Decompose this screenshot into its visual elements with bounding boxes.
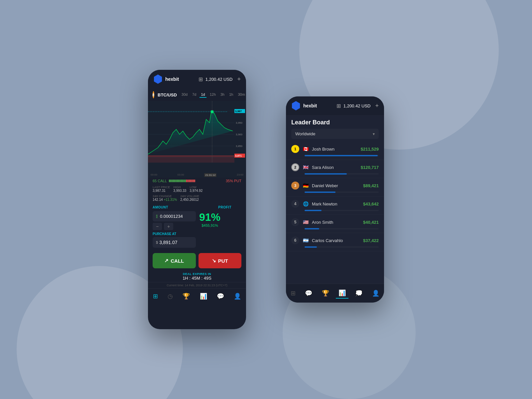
trader-amount: $40,421 (363, 220, 379, 225)
progress-bar-bg (305, 173, 379, 175)
low-label: LOW (190, 186, 202, 189)
progress-bar-bg (305, 155, 379, 156)
rank-badge: 4 (291, 200, 299, 208)
svg-text:3,850: 3,850 (236, 145, 243, 148)
add-funds-button-right[interactable]: + (375, 102, 379, 109)
nav-chat-icon[interactable]: 💬 (214, 292, 227, 301)
dot-red-7 (194, 180, 195, 182)
btc-symbol: ₿ (156, 214, 158, 218)
country-flag: 🇦🇷 (302, 237, 309, 244)
amount-increase-button[interactable]: + (164, 223, 173, 230)
left-phone: hexbit ⊞ 1,200.42 USD + ₿ BTC/USD 30d 7d… (148, 70, 246, 329)
rank-badge: 6 (291, 236, 299, 244)
trade-input-row: ₿ 0.00001234 − + 91% $455,91% (153, 211, 241, 230)
progress-bar-bg (305, 228, 379, 229)
list-item[interactable]: 5 🇺🇸 Aron Smith $40,421 (286, 215, 384, 233)
change-pct: +11.31% (164, 198, 177, 201)
right-nav-comment-icon[interactable]: 💭 (352, 288, 365, 298)
purchase-label: PURCHASE AT (153, 232, 241, 236)
tf-12h[interactable]: 12h (208, 92, 217, 98)
purchase-value: 3,891.07 (159, 240, 178, 245)
trader-amount: $43,642 (363, 201, 379, 206)
progress-bar-fill (305, 192, 335, 193)
svg-text:3,987: 3,987 (235, 110, 242, 113)
right-phone: hexbit ⊞ 1,200.42 USD + Leader Board Wor… (286, 96, 384, 303)
right-wallet-icon: ⊞ (336, 103, 341, 109)
country-flag: 🌐 (302, 200, 309, 207)
nav-grid-icon[interactable]: ⊞ (150, 292, 161, 301)
call-label: CALL (171, 258, 184, 264)
dot-red-1 (186, 180, 187, 182)
right-phone-inner: hexbit ⊞ 1,200.42 USD + Leader Board Wor… (286, 96, 384, 303)
call-ratio-label: 65 CALL (153, 179, 167, 183)
dot-red-6 (193, 180, 194, 182)
dot-green-10 (181, 180, 182, 182)
progress-bar-fill (305, 246, 317, 248)
dot-green-12 (184, 180, 185, 182)
trader-name: Carlos Carvahlo (312, 238, 363, 243)
dot-green-3 (172, 180, 173, 182)
change-stat: 24H CHANGE 142.14 +11.31% (153, 195, 177, 201)
list-item[interactable]: 2 🇬🇧 Sara Alison $120,717 (286, 160, 384, 178)
nav-person-icon[interactable]: 👤 (231, 292, 244, 301)
tf-30d[interactable]: 30d (180, 92, 189, 98)
current-time: Current time: 14 Feb, 2019 22:31:23 (UTC… (148, 282, 246, 288)
svg-rect-7 (148, 156, 234, 163)
tf-3h[interactable]: 3h (219, 92, 226, 98)
leaderboard-title: Leader Board (291, 119, 379, 126)
tf-7d[interactable]: 7d (191, 92, 198, 98)
wallet-icon: ⊞ (199, 76, 203, 82)
right-nav-person-icon[interactable]: 👤 (369, 288, 382, 298)
tf-30m[interactable]: 30m (237, 92, 246, 98)
chart-time-3: 23:00 (237, 173, 243, 177)
right-bottom-nav: ⊞ 💬 🏆 📊 💭 👤 (286, 284, 384, 303)
svg-text:3,900: 3,900 (236, 133, 243, 136)
dot-green-13 (185, 180, 186, 182)
dot-green-9 (180, 180, 181, 182)
change-val: 142.14 +11.31% (153, 198, 177, 201)
purchase-input[interactable]: $ 3,891.07 (153, 237, 196, 248)
put-icon: ↘ (212, 258, 216, 264)
volume-stat: 24H VOLUME 2,450.26012 (180, 195, 199, 201)
amount-controls: − + (153, 223, 196, 230)
dot-green-6 (176, 180, 177, 182)
list-item[interactable]: 1 🇨🇦 Josh Brown $211,529 (286, 142, 384, 160)
amount-input[interactable]: ₿ 0.00001234 (153, 211, 196, 221)
dot-green-1 (169, 180, 170, 182)
chart-time-current: 21:31:12 (204, 173, 216, 177)
nav-chart-icon[interactable]: 📊 (197, 292, 210, 301)
region-label: Worldwide (295, 131, 315, 136)
chart-area: 4,000 3,950 3,900 3,850 3,987 3,871 00:0… (148, 101, 246, 178)
trader-amount: $120,717 (361, 165, 379, 170)
rank-badge: 2 (291, 163, 299, 171)
put-button[interactable]: ↘ PUT (199, 253, 242, 268)
deal-expires: DEAL EXPIRES IN 1H : 45M : 49S (148, 271, 246, 282)
worldwide-select[interactable]: Worldwide ▾ (291, 129, 379, 139)
list-item[interactable]: 6 🇦🇷 Carlos Carvahlo $37,422 (286, 233, 384, 251)
trade-section: AMOUNT PROFIT ₿ 0.00001234 − + 91% $455 (148, 203, 246, 250)
add-funds-button-left[interactable]: + (237, 76, 241, 83)
amount-section: ₿ 0.00001234 − + (153, 211, 196, 230)
trader-name: Josh Brown (312, 147, 361, 152)
deal-timer: 1H : 45M : 49S (149, 276, 245, 281)
nav-trophy-icon[interactable]: 🏆 (180, 292, 193, 301)
right-nav-grid-icon[interactable]: ⊞ (288, 288, 298, 298)
trader-amount: $211,529 (361, 147, 379, 152)
list-item[interactable]: 4 🌐 Mark Newton $43,642 (286, 197, 384, 215)
tf-1h[interactable]: 1h (228, 92, 234, 98)
right-nav-trophy-icon[interactable]: 🏆 (319, 288, 332, 298)
trader-amount: $37,422 (363, 238, 379, 243)
tf-1d[interactable]: 1d (200, 92, 206, 98)
right-nav-chart-icon[interactable]: 📊 (336, 288, 348, 299)
ratio-bar: 65 CALL (148, 178, 246, 184)
call-button[interactable]: ↗ CALL (153, 253, 196, 268)
trader-name: Mark Newton (312, 201, 363, 206)
nav-clock-icon[interactable]: ◷ (165, 292, 176, 301)
right-nav-chat-icon[interactable]: 💬 (302, 288, 315, 298)
amount-decrease-button[interactable]: − (153, 223, 162, 230)
header-balance-area: ⊞ 1,200.42 USD + (199, 76, 241, 83)
put-ratio-label: 35% PUT (226, 179, 241, 183)
list-item[interactable]: 3 🇩🇪 Daniel Weber $89,421 (286, 178, 384, 197)
pair-name[interactable]: BTC/USD (158, 92, 177, 97)
app-name-right: hexbit (303, 103, 317, 108)
